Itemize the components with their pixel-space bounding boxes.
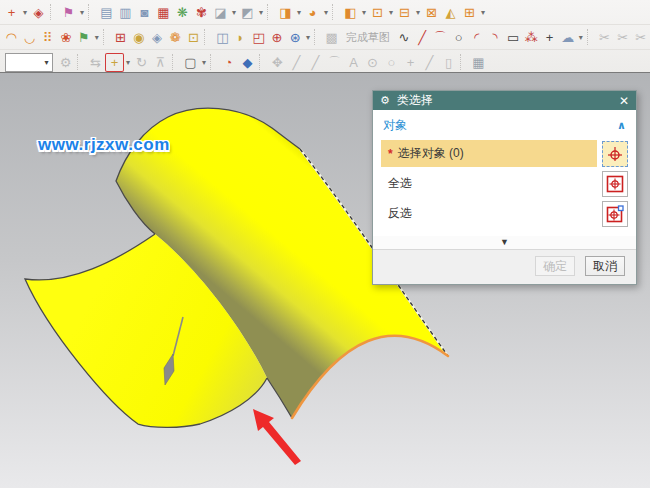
sheet-pair-icon[interactable]: ◈ [148,28,166,47]
ok-button: 确定 [535,256,575,276]
object-section-header[interactable]: 对象 ∧ [381,113,628,140]
snap-quadrant-icon: ○ [382,53,401,72]
cancel-button[interactable]: 取消 [585,256,625,276]
body-tool-a-dropdown-icon[interactable]: ▾ [360,8,368,17]
sketch-fillet-icon[interactable]: ◜ [468,28,486,47]
select-object-row[interactable]: * 选择对象 (0) [381,140,628,167]
marquee-select-dropdown-icon[interactable]: ▾ [200,58,208,67]
crosshair-icon [606,145,624,163]
globe-orient-dropdown-icon[interactable]: ▾ [304,33,312,42]
swept-surface-icon[interactable]: ◪ [211,3,230,22]
snap-line-b-icon: ╱ [306,53,325,72]
sail-sheet-icon[interactable]: ◗ [231,28,249,47]
dot-grid-surface-icon[interactable]: ⠿ [38,28,56,47]
sketch-spline-icon[interactable]: ∿ [395,28,413,47]
shell-bowl-icon[interactable]: ◡ [20,28,38,47]
body-tool-c-icon[interactable]: ⊟ [395,3,414,22]
ruled-surface-icon[interactable]: ▤ [97,3,116,22]
body-tool-e-icon[interactable]: ⊞ [460,3,479,22]
lattice-surface-icon[interactable]: ◈ [29,3,48,22]
feature-sketch-toolbar: ◠◡⠿❀⚑▾⊞◉◈❁⊡◫◗◰⊕⊛▾▩完成草图∿╱⌒○◜◝▭⁂+☁▾✂✂✂ [0,25,650,50]
body-tool-e-dropdown-icon[interactable]: ▾ [479,8,487,17]
dialog-title: 类选择 [397,92,612,109]
trim-c-icon: ✂ [632,28,650,47]
toolbar-separator [50,4,57,20]
select-all-button[interactable] [602,171,628,197]
toolbar-separator [332,4,339,20]
flag-note-dropdown-icon[interactable]: ▾ [78,8,86,17]
through-curves-icon[interactable]: ▥ [116,3,135,22]
body-tool-d-icon[interactable]: ⊠ [422,3,441,22]
section-surface-icon[interactable]: ◩ [238,3,257,22]
toolbar-separator [267,4,274,20]
gauge-analysis-icon[interactable]: ◔ [219,53,238,72]
toolbar-separator [172,54,179,70]
boundary-flag-dropdown-icon[interactable]: ▾ [93,33,101,42]
object-section-label: 对象 [383,117,617,134]
snap-point-enabled-dropdown-icon[interactable]: ▾ [124,58,132,67]
move-handles-icon: ✥ [268,53,287,72]
swoosh-surface-icon[interactable]: ◠ [2,28,20,47]
shell-gear-icon[interactable]: ❁ [166,28,184,47]
select-object-field[interactable]: * 选择对象 (0) [381,140,597,167]
globe-orient-icon[interactable]: ⊛ [286,28,304,47]
frame-box-icon[interactable]: ◫ [213,28,231,47]
grid-toggle-icon[interactable]: ▦ [469,53,488,72]
studio-spline-icon[interactable]: ⁂ [522,28,540,47]
point-cloud-surface-icon[interactable]: ❋ [173,3,192,22]
sketch-circle-icon[interactable]: ○ [449,28,467,47]
sketch-rectangle-icon[interactable]: ▭ [504,28,522,47]
body-tool-a-icon[interactable]: ◧ [341,3,360,22]
toolbar-separator [587,29,594,45]
combo-dropdown-icon[interactable]: ▾ [41,58,52,67]
toolbar-area: +▾◈⚑▾▤▥◙▦❋✾◪▾◩▾◨▾◕▾◧▾⊡▾⊟▾⊠◭⊞▾ ◠◡⠿❀⚑▾⊞◉◈❁… [0,0,650,72]
select-object-button[interactable] [602,141,628,167]
expand-more-icon[interactable]: ▼ [500,238,509,247]
sphere-analysis-icon[interactable]: ◕ [303,3,322,22]
pattern-cloud-icon[interactable]: ☁ [559,28,577,47]
flag-note-icon[interactable]: ⚑ [59,3,78,22]
dialog-menu-gear-icon[interactable]: ⚙ [380,94,390,107]
balloon-point-icon[interactable]: ⊕ [268,28,286,47]
collapse-chevron-icon[interactable]: ∧ [617,119,626,132]
marquee-select-icon[interactable]: ▢ [181,53,200,72]
datum-point-dropdown-icon[interactable]: ▾ [21,8,29,17]
fence-box-icon[interactable]: ◰ [250,28,268,47]
datum-point-icon[interactable]: + [2,3,21,22]
snap-arc-icon: ⌒ [325,53,344,72]
section-surface-dropdown-icon[interactable]: ▾ [257,8,265,17]
bounded-plane-icon[interactable]: ◙ [135,3,154,22]
sketch-chamfer-icon[interactable]: ◝ [486,28,504,47]
body-tool-b-icon[interactable]: ⊡ [368,3,387,22]
close-icon[interactable]: ✕ [619,94,629,108]
shaded-cube-icon[interactable]: ◆ [238,53,257,72]
dialog-expander[interactable]: ▼ [373,236,636,249]
fan-surface-icon[interactable]: ❀ [57,28,75,47]
box-pair-icon[interactable]: ⊡ [184,28,202,47]
styled-sweep-icon[interactable]: ✾ [192,3,211,22]
toolbar-separator [103,29,110,45]
wire-box-icon[interactable]: ⊞ [111,28,129,47]
snap-point-enabled-icon[interactable]: + [105,53,124,72]
warning-overlay-icon[interactable]: ◭ [441,3,460,22]
curved-sheet-icon[interactable]: ◉ [130,28,148,47]
sphere-analysis-dropdown-icon[interactable]: ▾ [322,8,330,17]
patch-disabled-icon: ▩ [323,28,341,47]
dialog-body: 对象 ∧ * 选择对象 (0) 全选 [373,110,636,236]
invert-selection-button[interactable] [602,201,628,227]
offset-surface-dropdown-icon[interactable]: ▾ [295,8,303,17]
dialog-title-bar[interactable]: ⚙ 类选择 ✕ [373,91,636,110]
sketch-point-icon[interactable]: + [540,28,558,47]
selection-filter-combo[interactable]: ▾ [5,53,53,72]
snap-swap-icon: ⇆ [86,53,105,72]
through-curve-mesh-icon[interactable]: ▦ [154,3,173,22]
sketch-arc-icon[interactable]: ⌒ [431,28,449,47]
offset-surface-icon[interactable]: ◨ [276,3,295,22]
swept-surface-dropdown-icon[interactable]: ▾ [230,8,238,17]
sketch-line-icon[interactable]: ╱ [413,28,431,47]
body-tool-c-dropdown-icon[interactable]: ▾ [414,8,422,17]
pattern-cloud-dropdown-icon[interactable]: ▾ [577,33,585,42]
finish-sketch-label: 完成草图 [341,30,395,45]
boundary-flag-icon[interactable]: ⚑ [75,28,93,47]
body-tool-b-dropdown-icon[interactable]: ▾ [387,8,395,17]
